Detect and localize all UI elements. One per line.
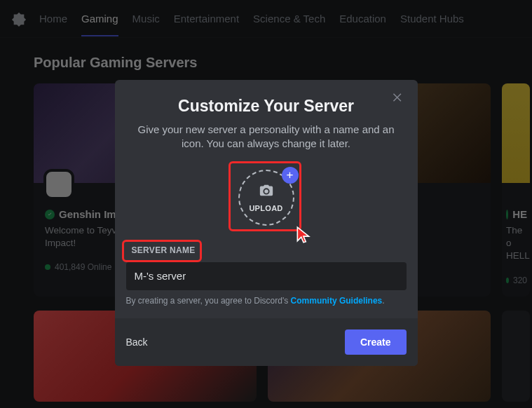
customize-server-modal: Customize Your Server Give your new serv… [115, 80, 418, 366]
server-name-label: SERVER NAME [126, 241, 201, 259]
modal-overlay: Customize Your Server Give your new serv… [0, 0, 532, 408]
close-icon [391, 91, 404, 104]
camera-icon [259, 183, 274, 201]
upload-avatar-button[interactable]: UPLOAD + [233, 164, 300, 231]
hint-suffix: . [382, 296, 384, 306]
back-button[interactable]: Back [126, 336, 148, 348]
plus-badge-icon: + [282, 167, 299, 184]
create-button[interactable]: Create [345, 329, 407, 355]
modal-subtitle: Give your new server a personality with … [129, 123, 404, 151]
hint-prefix: By creating a server, you agree to Disco… [126, 296, 291, 306]
close-button[interactable] [390, 90, 405, 105]
modal-title: Customize Your Server [129, 97, 404, 116]
community-guidelines-link[interactable]: Community Guidelines [291, 296, 383, 306]
guidelines-hint: By creating a server, you agree to Disco… [115, 290, 418, 318]
upload-label: UPLOAD [249, 204, 282, 212]
server-name-input[interactable] [126, 262, 407, 290]
modal-footer: Back Create [115, 318, 418, 366]
